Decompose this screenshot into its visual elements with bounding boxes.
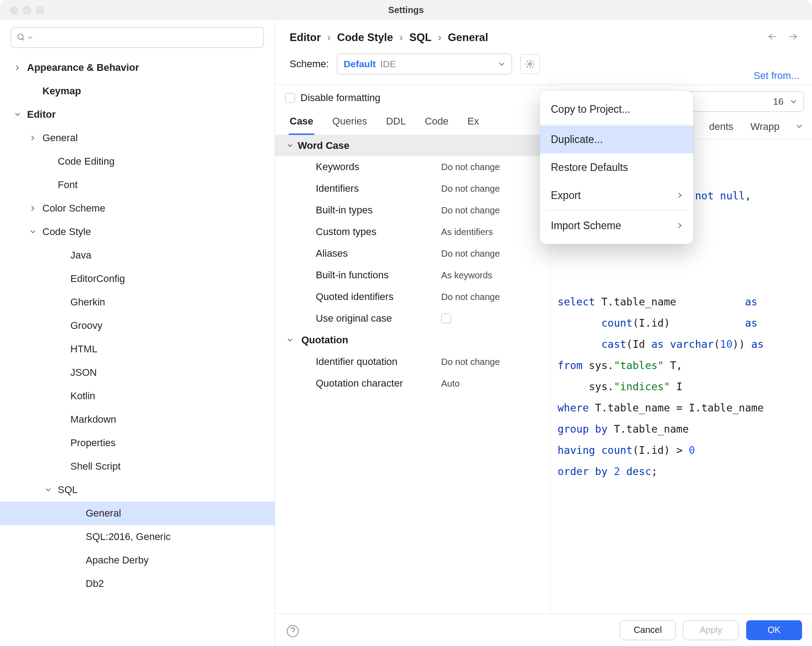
chevron-down-icon: [287, 143, 293, 149]
sidebar-item-label: SQL: [58, 484, 78, 496]
sidebar-item-label: Shell Script: [70, 461, 120, 472]
nav-back-icon[interactable]: [766, 32, 777, 41]
sidebar-item-shell-script[interactable]: Shell Script: [0, 455, 275, 478]
sidebar-item-color-scheme[interactable]: Color Scheme: [0, 197, 275, 220]
sidebar-item-label: Java: [70, 249, 91, 261]
set-from-link[interactable]: Set from...: [754, 70, 799, 82]
chevron-right-icon: [677, 192, 683, 198]
section-header[interactable]: Word Case: [275, 135, 550, 156]
help-button[interactable]: [286, 624, 300, 638]
option-value: As identifiers: [441, 227, 493, 237]
sidebar-item-groovy[interactable]: Groovy: [0, 314, 275, 337]
breadcrumb-item[interactable]: SQL: [409, 31, 431, 44]
sidebar-item-properties[interactable]: Properties: [0, 431, 275, 455]
sidebar-item-json[interactable]: JSON: [0, 361, 275, 384]
menu-item-import-scheme[interactable]: Import Scheme: [540, 212, 693, 240]
chevron-right-icon: [677, 222, 683, 229]
disable-formatting-label: Disable formatting: [300, 92, 380, 104]
scheme-label: Scheme:: [290, 58, 329, 70]
option-row[interactable]: AliasesDo not change: [275, 243, 550, 264]
sidebar-item-java[interactable]: Java: [0, 244, 275, 267]
chevron-down-icon: [498, 60, 505, 68]
search-input[interactable]: [11, 27, 264, 48]
sidebar-item-code-editing[interactable]: Code Editing: [0, 150, 275, 173]
chevron-right-icon: [28, 203, 38, 213]
option-label: Aliases: [316, 248, 441, 259]
scheme-name: Default: [344, 59, 376, 69]
menu-item-duplicate[interactable]: Duplicate...: [540, 125, 693, 153]
search-icon: [17, 33, 26, 42]
sidebar-item-sql-2016-generic[interactable]: SQL:2016, Generic: [0, 525, 275, 549]
menu-item-label: Export: [551, 189, 581, 202]
sidebar-item-keymap[interactable]: Keymap: [0, 79, 275, 103]
option-list: Word CaseKeywordsDo not changeIdentifier…: [275, 135, 550, 614]
tab-code[interactable]: Code: [424, 111, 450, 135]
option-label: Custom types: [316, 226, 441, 238]
gear-icon: [525, 59, 535, 69]
sidebar-item-kotlin[interactable]: Kotlin: [0, 384, 275, 408]
chevron-down-icon: [13, 110, 23, 120]
sidebar-item-apache-derby[interactable]: Apache Derby: [0, 549, 275, 572]
section-header[interactable]: Quotation: [275, 329, 550, 351]
sidebar-item-label: General: [42, 132, 78, 144]
option-checkbox[interactable]: [441, 314, 451, 323]
sidebar-item-db2[interactable]: Db2: [0, 572, 275, 595]
ok-button[interactable]: OK: [746, 620, 802, 640]
scheme-select[interactable]: Default IDE: [337, 54, 512, 74]
disable-formatting-checkbox[interactable]: [285, 93, 295, 103]
scheme-actions-button[interactable]: [520, 54, 540, 74]
sidebar-item-label: Keymap: [42, 85, 81, 97]
option-row[interactable]: Built-in functionsAs keywords: [275, 264, 550, 286]
preview-tab[interactable]: dents: [708, 118, 734, 139]
breadcrumb-item[interactable]: Editor: [290, 31, 321, 44]
sidebar-item-label: Editor: [27, 109, 56, 120]
sidebar-item-label: SQL:2016, Generic: [86, 531, 171, 543]
sidebar-item-label: Color Scheme: [42, 203, 105, 214]
tab-ddl[interactable]: DDL: [385, 111, 407, 135]
option-row[interactable]: IdentifiersDo not change: [275, 178, 550, 199]
option-row[interactable]: Quotation characterAuto: [275, 373, 550, 394]
menu-item-export[interactable]: Export: [540, 181, 693, 209]
apply-button[interactable]: Apply: [683, 620, 739, 640]
preview-tab[interactable]: Wrapp: [750, 118, 780, 139]
tab-ex[interactable]: Ex: [466, 111, 480, 135]
scheme-row: Scheme: Default IDE: [275, 44, 812, 74]
menu-item-label: Duplicate...: [551, 134, 603, 146]
sidebar-item-appearance-behavior[interactable]: Appearance & Behavior: [0, 56, 275, 79]
option-value: As keywords: [441, 270, 492, 281]
nav-arrows: [766, 32, 799, 41]
sidebar-item-sql[interactable]: SQL: [0, 478, 275, 502]
svg-point-0: [18, 34, 23, 40]
option-label: Built-in functions: [316, 269, 441, 281]
sidebar-item-font[interactable]: Font: [0, 173, 275, 197]
sidebar-item-general[interactable]: General: [0, 126, 275, 150]
chevron-down-icon[interactable]: [796, 118, 803, 139]
option-row[interactable]: Quoted identifiersDo not change: [275, 286, 550, 308]
sidebar-item-editor[interactable]: Editor: [0, 103, 275, 126]
sidebar-item-editorconfig[interactable]: EditorConfig: [0, 267, 275, 291]
option-row[interactable]: Built-in typesDo not change: [275, 199, 550, 221]
tab-case[interactable]: Case: [289, 111, 314, 135]
cancel-button[interactable]: Cancel: [620, 620, 676, 640]
breadcrumb-item[interactable]: Code Style: [337, 31, 393, 44]
tab-queries[interactable]: Queries: [332, 111, 368, 135]
option-row[interactable]: Custom typesAs identifiers: [275, 221, 550, 243]
option-row[interactable]: Identifier quotationDo not change: [275, 351, 550, 373]
sidebar-item-general[interactable]: General: [0, 502, 275, 525]
option-row[interactable]: Use original case: [275, 308, 550, 329]
sidebar-item-code-style[interactable]: Code Style: [0, 220, 275, 244]
search-wrap: [0, 27, 275, 53]
disable-formatting-row[interactable]: Disable formatting: [275, 85, 550, 106]
sidebar-item-label: Font: [58, 179, 78, 191]
sidebar-item-markdown[interactable]: Markdown: [0, 408, 275, 431]
breadcrumb-item[interactable]: General: [448, 31, 488, 44]
menu-item-copy-to-project[interactable]: Copy to Project...: [540, 95, 693, 123]
nav-forward-icon[interactable]: [789, 32, 799, 41]
chevron-right-icon: [28, 133, 38, 143]
settings-tree[interactable]: Appearance & BehaviorKeymapEditorGeneral…: [0, 53, 275, 646]
menu-item-restore-defaults[interactable]: Restore Defaults: [540, 153, 693, 181]
option-value: Do not change: [441, 184, 500, 194]
sidebar-item-html[interactable]: HTML: [0, 337, 275, 361]
option-row[interactable]: KeywordsDo not change: [275, 156, 550, 178]
sidebar-item-gherkin[interactable]: Gherkin: [0, 291, 275, 314]
